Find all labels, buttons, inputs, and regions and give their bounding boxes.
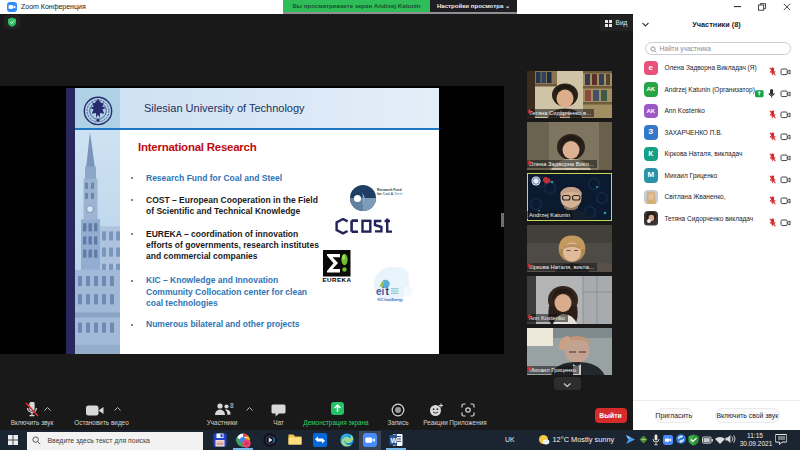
svg-text:Research Fund: Research Fund: [377, 187, 402, 191]
svg-text:W: W: [391, 436, 398, 443]
svg-text:EUREKA: EUREKA: [322, 275, 351, 282]
svg-text:for Coal & Steel: for Coal & Steel: [377, 192, 402, 196]
svg-text:8: 8: [230, 402, 234, 409]
svg-text:ei: ei: [376, 286, 385, 297]
svg-text:KIC InnoEnergy: KIC InnoEnergy: [378, 297, 404, 301]
